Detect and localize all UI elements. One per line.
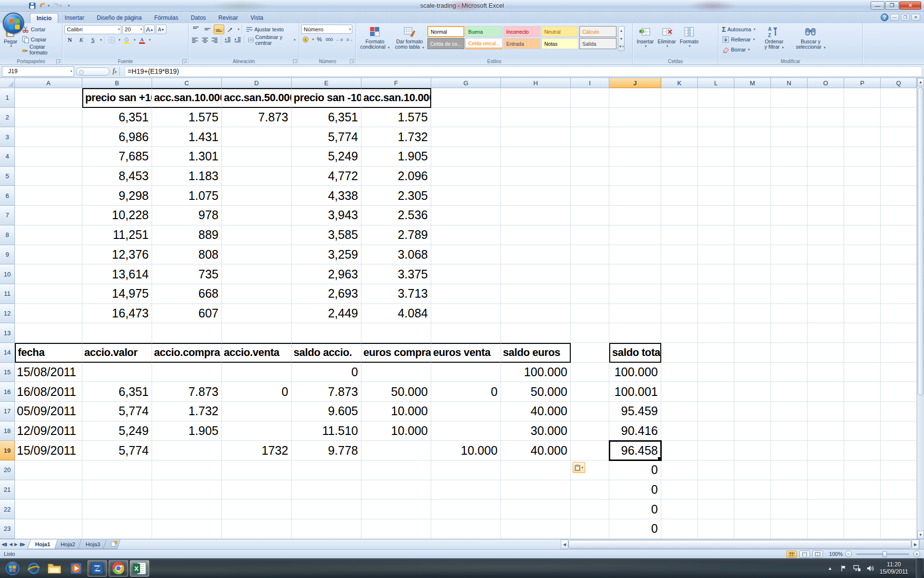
format-painter-button[interactable]: Copiar formato [20, 45, 60, 54]
cell-J8[interactable] [609, 225, 661, 245]
cell-C16[interactable]: 7.873 [152, 382, 222, 402]
cell-B20[interactable] [82, 460, 152, 480]
horizontal-scroll-thumb[interactable] [568, 540, 911, 549]
cell-M16[interactable] [734, 382, 771, 402]
cell-style-entrada[interactable]: Entrada [503, 38, 540, 49]
cell-L6[interactable] [698, 186, 734, 206]
fx-icon[interactable]: fx [113, 67, 116, 75]
cell-D9[interactable] [222, 245, 292, 265]
cell-O6[interactable] [808, 186, 844, 206]
cell-K18[interactable] [661, 421, 698, 441]
cell-O18[interactable] [808, 421, 844, 441]
cell-P8[interactable] [844, 225, 881, 245]
prev-sheet-icon[interactable]: ◀ [9, 542, 13, 547]
row-header-19[interactable]: 19 [0, 441, 15, 460]
cell-O21[interactable] [808, 480, 844, 500]
cell-J14[interactable]: saldo total [609, 343, 661, 363]
cell-H22[interactable] [501, 499, 571, 519]
row-header-5[interactable]: 5 [0, 167, 15, 186]
cell-L7[interactable] [698, 206, 734, 225]
cell-E3[interactable]: 5,774 [292, 127, 361, 147]
insert-function-pill[interactable] [76, 67, 110, 76]
cell-N19[interactable] [771, 441, 808, 460]
office-button[interactable] [3, 13, 24, 34]
cell-H3[interactable] [501, 127, 571, 147]
cell-L10[interactable] [698, 264, 734, 284]
cell-F14[interactable]: euros compra [361, 343, 431, 363]
help-icon[interactable]: ? [881, 13, 888, 21]
cell-I17[interactable] [571, 402, 609, 421]
tab-diseño-de-página[interactable]: Diseño de página [90, 13, 148, 23]
cell-G21[interactable] [431, 480, 501, 500]
cell-E1[interactable]: precio san -10% [292, 88, 361, 108]
cell-M4[interactable] [734, 147, 771, 167]
cell-L18[interactable] [698, 421, 734, 441]
cell-K13[interactable] [661, 323, 698, 343]
cell-P23[interactable] [844, 519, 881, 539]
percent-style-icon[interactable]: % [315, 35, 324, 44]
cell-C23[interactable] [152, 519, 222, 539]
cell-A9[interactable] [15, 245, 82, 265]
bold-button[interactable]: N [64, 35, 75, 45]
zoom-slider[interactable] [856, 553, 909, 555]
cell-J2[interactable] [609, 108, 661, 128]
font-dialog-launcher[interactable]: ◿ [182, 59, 187, 64]
row-header-18[interactable]: 18 [0, 421, 15, 441]
cell-C8[interactable]: 889 [152, 225, 222, 245]
cell-G6[interactable] [431, 186, 501, 206]
cell-H4[interactable] [501, 147, 571, 167]
cell-J6[interactable] [609, 186, 661, 206]
cell-P12[interactable] [844, 304, 881, 324]
cell-K5[interactable] [661, 167, 698, 186]
cell-J22[interactable]: 0 [609, 499, 661, 519]
cell-H15[interactable]: 100.000 [501, 363, 571, 382]
cell-Q20[interactable] [881, 460, 917, 480]
alignment-dialog-launcher[interactable]: ◿ [293, 59, 298, 64]
cell-P3[interactable] [844, 127, 881, 147]
cell-B5[interactable]: 8,453 [82, 167, 152, 186]
cell-C6[interactable]: 1.075 [152, 186, 222, 206]
cell-N6[interactable] [771, 186, 808, 206]
cell-N2[interactable] [771, 108, 808, 128]
cell-M7[interactable] [734, 206, 771, 225]
cell-E19[interactable]: 9.778 [292, 441, 361, 460]
cell-E16[interactable]: 7.873 [292, 382, 361, 402]
cell-A12[interactable] [15, 304, 82, 324]
cell-A5[interactable] [15, 167, 82, 186]
cell-A2[interactable] [15, 108, 82, 128]
cell-L4[interactable] [698, 147, 734, 167]
page-layout-view-icon[interactable] [799, 551, 810, 558]
cell-L23[interactable] [698, 519, 734, 539]
tab-vista[interactable]: Vista [244, 13, 270, 23]
cell-M17[interactable] [734, 402, 771, 421]
cell-E2[interactable]: 6,351 [292, 108, 361, 128]
column-header-D[interactable]: D [222, 78, 292, 88]
grow-font-icon[interactable]: A▲ [144, 25, 155, 34]
cell-A16[interactable]: 16/08/2011 [15, 382, 82, 402]
cell-M6[interactable] [734, 186, 771, 206]
cell-I10[interactable] [571, 264, 609, 284]
cell-F12[interactable]: 4.084 [361, 304, 431, 324]
cell-J5[interactable] [609, 167, 661, 186]
cell-E14[interactable]: saldo accio. [292, 343, 361, 363]
fill-color-icon[interactable] [121, 35, 132, 45]
align-bottom-icon[interactable] [214, 25, 224, 34]
cell-F3[interactable]: 1.732 [361, 127, 431, 147]
cell-I19[interactable] [571, 441, 609, 460]
cell-J1[interactable] [609, 88, 661, 108]
cell-C7[interactable]: 978 [152, 206, 222, 225]
merge-center-button[interactable]: Combinar y centrar▾ [246, 35, 297, 45]
cell-N11[interactable] [771, 284, 808, 304]
cell-O12[interactable] [808, 304, 844, 324]
active-cell-J19[interactable]: 96.458 [609, 441, 661, 460]
cell-C18[interactable]: 1.905 [152, 421, 222, 441]
cell-K17[interactable] [661, 402, 698, 421]
cell-I13[interactable] [571, 323, 609, 343]
cell-P17[interactable] [844, 402, 881, 421]
cell-C22[interactable] [152, 499, 222, 519]
cell-K21[interactable] [661, 480, 698, 500]
cell-C12[interactable]: 607 [152, 304, 222, 324]
cell-D18[interactable] [222, 421, 292, 441]
cell-K16[interactable] [661, 382, 698, 402]
workbook-minimize-icon[interactable]: — [890, 14, 899, 21]
